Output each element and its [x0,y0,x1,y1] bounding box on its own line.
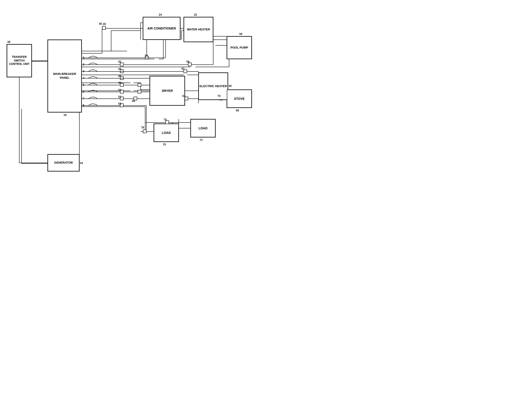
line-label-7: 7 [83,97,84,100]
generator-label: GENERATOR [48,154,79,171]
ref-70: 70 [218,94,221,98]
ref-24: 24 [159,13,162,16]
line-label-4: 4 [83,76,84,80]
ref-64: 64 [182,94,185,98]
pool-pump-label: POOL PUMP [227,36,252,59]
main-breaker-label: MAIN BREAKER PANEL [48,40,82,112]
load1-label: LOAD [154,124,179,142]
svg-rect-124 [166,121,169,124]
ref-62: 62 [181,67,184,70]
svg-rect-99 [138,83,141,86]
ref-40: 40 [99,22,102,25]
main-svg [0,0,258,210]
ref-78: 78 [141,126,144,129]
water-heater-label: WATER HEATER [184,17,213,42]
line-label-8: 8 [83,104,84,107]
diagram: TRANSFER SWITCH CONTROL UNIT 38 MAIN BRE… [0,0,258,210]
line-label-3: 3 [83,70,84,73]
electric-heater-label: ELECTRIC HEATER [199,73,228,100]
line-label-1: 1 [83,56,84,59]
line-label-2: 2 [83,63,84,66]
line-label-5: 5 [83,83,84,86]
stove-label: STOVE [227,90,252,108]
air-conditioner-label: AIR CONDITIONER [143,17,180,40]
ref-46: 46 [118,75,121,78]
ref-18: 18 [64,113,66,117]
ref-28: 28 [103,22,106,26]
ref-60: 60 [229,84,232,88]
line-label-6: 6 [83,90,84,93]
ref-50: 50 [118,89,121,92]
ref-74: 74 [163,118,167,121]
svg-rect-103 [138,90,141,93]
svg-rect-82 [120,63,123,66]
svg-rect-65 [102,26,105,30]
ref-52: 52 [118,95,121,98]
ref-44: 44 [118,68,121,71]
ref-48: 48 [118,81,121,84]
ref-26: 26 [145,54,148,57]
svg-rect-83 [188,63,192,66]
ref-38: 38 [7,40,10,44]
dryer-label: DRYER [150,76,185,105]
ref-76: 76 [163,143,166,146]
ref-42: 42 [118,60,121,63]
ref-58: 58 [186,60,189,63]
svg-rect-119 [143,130,146,133]
ref-66: 66 [132,99,135,103]
ref-56: 56 [239,32,242,36]
ref-22: 22 [194,13,197,16]
ref-54: 54 [118,102,121,105]
transfer-switch-label: TRANSFER SWITCH CONTROL UNIT [7,44,32,77]
load2-label: LOAD [191,119,215,137]
ref-72: 72 [199,138,203,142]
ref-68: 68 [236,109,239,112]
ref-34: 34 [80,162,83,165]
wiring-diagram [0,0,258,210]
